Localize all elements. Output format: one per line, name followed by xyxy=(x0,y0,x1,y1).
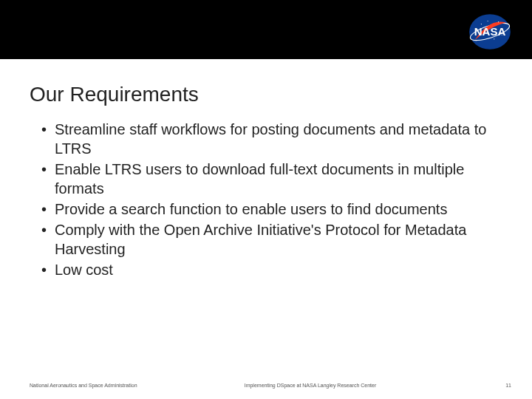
svg-point-7 xyxy=(502,34,502,35)
slide: NASA Our Requirements Streamline staff w… xyxy=(0,0,532,399)
page-number: 11 xyxy=(505,383,511,388)
list-item: Enable LTRS users to download full-text … xyxy=(41,160,492,198)
list-item: Comply with the Open Archive Initiative'… xyxy=(41,220,492,259)
nasa-logo-icon: NASA xyxy=(468,13,511,50)
svg-text:NASA: NASA xyxy=(474,25,506,38)
slide-title: Our Requirements xyxy=(30,83,199,106)
svg-point-8 xyxy=(488,21,488,21)
svg-point-5 xyxy=(494,38,494,39)
footer-center: Implementing DSpace at NASA Langley Rese… xyxy=(0,383,532,388)
list-item: Low cost xyxy=(41,260,492,279)
svg-point-3 xyxy=(481,24,482,24)
top-bar: NASA xyxy=(0,0,532,59)
list-item: Provide a search function to enable user… xyxy=(41,200,492,219)
slide-body: Streamline staff workflows for posting d… xyxy=(41,120,492,281)
list-item: Streamline staff workflows for posting d… xyxy=(41,120,492,158)
svg-point-4 xyxy=(498,21,499,22)
svg-point-6 xyxy=(479,34,480,35)
bullet-list: Streamline staff workflows for posting d… xyxy=(41,120,492,279)
